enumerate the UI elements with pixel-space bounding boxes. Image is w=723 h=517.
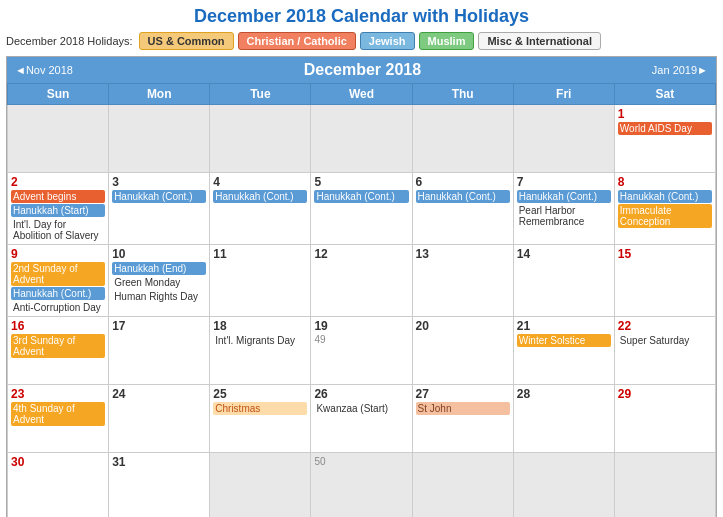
- holiday-advent-begins: Advent begins: [11, 190, 105, 203]
- holiday-tabs-label: December 2018 Holidays:: [6, 35, 133, 47]
- day-cell-20[interactable]: 20: [412, 317, 513, 385]
- tab-us-common[interactable]: US & Common: [139, 32, 234, 50]
- calendar-nav: ◄Nov 2018 December 2018 Jan 2019►: [7, 57, 716, 83]
- day-cell-10[interactable]: 10 Hanukkah (End) Green Monday Human Rig…: [109, 245, 210, 317]
- month-title: December 2018: [304, 61, 421, 79]
- header-fri: Fri: [513, 84, 614, 105]
- day-cell-4[interactable]: 4 Hanukkah (Cont.): [210, 173, 311, 245]
- day-cell-empty: [8, 105, 109, 173]
- day-cell-24[interactable]: 24: [109, 385, 210, 453]
- day-cell-13[interactable]: 13: [412, 245, 513, 317]
- day-cell-28[interactable]: 28: [513, 385, 614, 453]
- day-number: 27: [416, 387, 510, 401]
- day-number: 8: [618, 175, 712, 189]
- holiday-tabs: December 2018 Holidays: US & Common Chri…: [6, 32, 717, 50]
- holiday-3rd-sunday-advent: 3rd Sunday of Advent: [11, 334, 105, 358]
- calendar-grid: Sun Mon Tue Wed Thu Fri Sat: [7, 83, 716, 517]
- prev-month-link[interactable]: ◄Nov 2018: [15, 64, 73, 76]
- header-wed: Wed: [311, 84, 412, 105]
- holiday-st-john: St John: [416, 402, 510, 415]
- day-cell-empty: [210, 453, 311, 518]
- day-number: 29: [618, 387, 712, 401]
- day-number: 26: [314, 387, 408, 401]
- day-number: 19: [314, 319, 408, 333]
- day-cell-12[interactable]: 12: [311, 245, 412, 317]
- day-number: 20: [416, 319, 510, 333]
- day-cell-empty: [412, 105, 513, 173]
- day-number: 22: [618, 319, 712, 333]
- day-cell-19[interactable]: 19 49: [311, 317, 412, 385]
- day-number: 16: [11, 319, 105, 333]
- day-cell-22[interactable]: 22 Super Saturday: [614, 317, 715, 385]
- day-number: 21: [517, 319, 611, 333]
- day-number: 14: [517, 247, 611, 261]
- day-cell-empty: [513, 453, 614, 518]
- day-cell-3[interactable]: 3 Hanukkah (Cont.): [109, 173, 210, 245]
- holiday-hanukkah-cont-6: Hanukkah (Cont.): [416, 190, 510, 203]
- day-headers: Sun Mon Tue Wed Thu Fri Sat: [8, 84, 716, 105]
- tab-misc[interactable]: Misc & International: [478, 32, 601, 50]
- tab-christian[interactable]: Christian / Catholic: [238, 32, 356, 50]
- day-cell-15[interactable]: 15: [614, 245, 715, 317]
- day-cell-23[interactable]: 23 4th Sunday of Advent: [8, 385, 109, 453]
- holiday-hanukkah-cont-5: Hanukkah (Cont.): [314, 190, 408, 203]
- day-number: 3: [112, 175, 206, 189]
- holiday-green-monday: Green Monday: [112, 276, 206, 289]
- day-cell-14[interactable]: 14: [513, 245, 614, 317]
- next-month-link[interactable]: Jan 2019►: [652, 64, 708, 76]
- day-cell-empty: [210, 105, 311, 173]
- week-number-50: 50: [314, 456, 325, 467]
- day-cell-27[interactable]: 27 St John: [412, 385, 513, 453]
- day-cell-2[interactable]: 2 Advent begins Hanukkah (Start) Int'l. …: [8, 173, 109, 245]
- day-cell-7[interactable]: 7 Hanukkah (Cont.) Pearl Harbor Remembra…: [513, 173, 614, 245]
- day-cell-1[interactable]: 1 World AIDS Day: [614, 105, 715, 173]
- header-sat: Sat: [614, 84, 715, 105]
- calendar: ◄Nov 2018 December 2018 Jan 2019► Sun Mo…: [6, 56, 717, 517]
- day-cell-26[interactable]: 26 Kwanzaa (Start): [311, 385, 412, 453]
- holiday-intl-slavery: Int'l. Day for Abolition of Slavery: [11, 218, 105, 242]
- day-cell-6[interactable]: 6 Hanukkah (Cont.): [412, 173, 513, 245]
- day-cell-5[interactable]: 5 Hanukkah (Cont.): [311, 173, 412, 245]
- day-cell-31[interactable]: 31: [109, 453, 210, 518]
- day-cell-empty: [614, 453, 715, 518]
- day-number: 28: [517, 387, 611, 401]
- day-number: 24: [112, 387, 206, 401]
- holiday-pearl-harbor: Pearl Harbor Remembrance: [517, 204, 611, 228]
- day-number: 10: [112, 247, 206, 261]
- holiday-hanukkah-cont-8: Hanukkah (Cont.): [618, 190, 712, 203]
- day-cell-empty: [412, 453, 513, 518]
- day-number: 15: [618, 247, 712, 261]
- holiday-human-rights: Human Rights Day: [112, 290, 206, 303]
- day-number: 17: [112, 319, 206, 333]
- day-number: 23: [11, 387, 105, 401]
- day-cell-empty: [109, 105, 210, 173]
- holiday-intl-migrants: Int'l. Migrants Day: [213, 334, 307, 347]
- day-cell-17[interactable]: 17: [109, 317, 210, 385]
- tab-muslim[interactable]: Muslim: [419, 32, 475, 50]
- day-cell-11[interactable]: 11: [210, 245, 311, 317]
- table-row: 23 4th Sunday of Advent 24 25 Christmas …: [8, 385, 716, 453]
- day-cell-18[interactable]: 18 Int'l. Migrants Day: [210, 317, 311, 385]
- holiday-world-aids-day: World AIDS Day: [618, 122, 712, 135]
- day-cell-9[interactable]: 9 2nd Sunday of Advent Hanukkah (Cont.) …: [8, 245, 109, 317]
- holiday-hanukkah-end: Hanukkah (End): [112, 262, 206, 275]
- header-tue: Tue: [210, 84, 311, 105]
- day-number: 13: [416, 247, 510, 261]
- header-thu: Thu: [412, 84, 513, 105]
- holiday-christmas: Christmas: [213, 402, 307, 415]
- day-number: 4: [213, 175, 307, 189]
- day-cell-21[interactable]: 21 Winter Solstice: [513, 317, 614, 385]
- holiday-4th-sunday-advent: 4th Sunday of Advent: [11, 402, 105, 426]
- day-cell-30[interactable]: 30: [8, 453, 109, 518]
- day-cell-29[interactable]: 29: [614, 385, 715, 453]
- table-row: 2 Advent begins Hanukkah (Start) Int'l. …: [8, 173, 716, 245]
- day-number: 5: [314, 175, 408, 189]
- day-number: 18: [213, 319, 307, 333]
- week-number-49: 49: [314, 334, 325, 345]
- day-number: 12: [314, 247, 408, 261]
- holiday-hanukkah-cont-7: Hanukkah (Cont.): [517, 190, 611, 203]
- tab-jewish[interactable]: Jewish: [360, 32, 415, 50]
- day-cell-8[interactable]: 8 Hanukkah (Cont.) Immaculate Conception: [614, 173, 715, 245]
- day-cell-25[interactable]: 25 Christmas: [210, 385, 311, 453]
- day-cell-16[interactable]: 16 3rd Sunday of Advent: [8, 317, 109, 385]
